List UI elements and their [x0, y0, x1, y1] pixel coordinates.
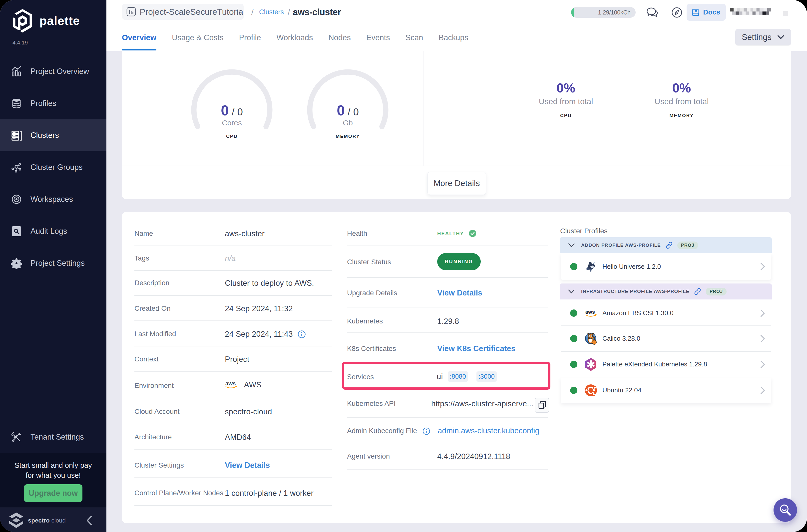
svg-text:aws: aws [225, 380, 236, 387]
svg-text:aws: aws [585, 309, 595, 315]
